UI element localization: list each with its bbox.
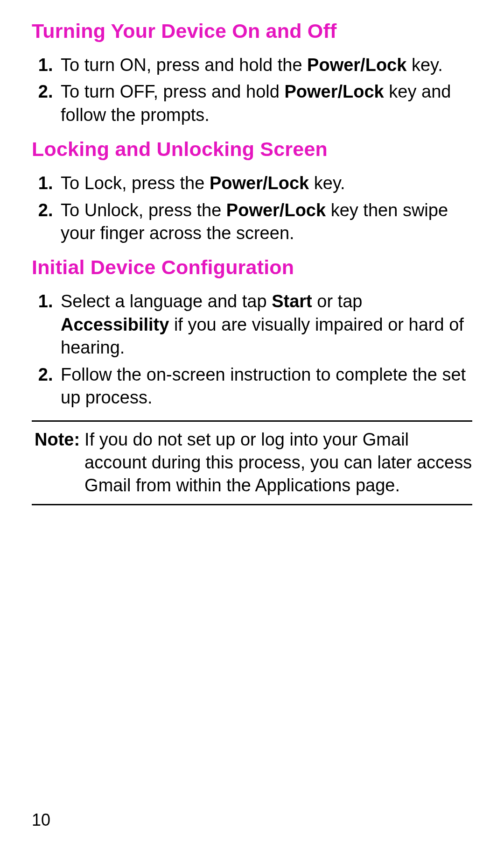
list-item-bold: Start	[272, 291, 312, 311]
section-heading: Initial Device Configuration	[32, 256, 472, 279]
list-item-text: To Lock, press the	[61, 173, 210, 193]
note-row: Note: If you do not set up or log into y…	[32, 428, 472, 496]
note-body: If you do not set up or log into your Gm…	[80, 428, 472, 496]
list-item-text: key.	[406, 55, 442, 75]
list-item: To turn OFF, press and hold Power/Lock k…	[58, 80, 472, 127]
section-heading: Turning Your Device On and Off	[32, 20, 472, 42]
list-item: To Lock, press the Power/Lock key.	[58, 172, 472, 195]
note-label: Note:	[32, 428, 80, 496]
list-item-bold: Power/Lock	[284, 82, 384, 101]
list-item: To turn ON, press and hold the Power/Loc…	[58, 54, 472, 77]
note-block: Note: If you do not set up or log into y…	[32, 420, 472, 505]
list-item: To Unlock, press the Power/Lock key then…	[58, 199, 472, 245]
list-item-text: or tap	[312, 291, 363, 311]
list-item-bold: Power/Lock	[226, 200, 326, 220]
list-item-text: key.	[309, 173, 345, 193]
list-item-text: To Unlock, press the	[61, 200, 226, 220]
list-item-bold: Power/Lock	[307, 55, 406, 75]
ordered-list: Select a language and tap Start or tap A…	[32, 290, 472, 409]
ordered-list: To turn ON, press and hold the Power/Loc…	[32, 54, 472, 127]
list-item-bold: Power/Lock	[210, 173, 309, 193]
list-item-bold: Accessibility	[61, 315, 169, 334]
list-item-text: To turn OFF, press and hold	[61, 82, 284, 101]
list-item: Follow the on-screen instruction to comp…	[58, 363, 472, 410]
section-heading: Locking and Unlocking Screen	[32, 138, 472, 161]
page-number: 10	[32, 810, 50, 830]
list-item-text: Select a language and tap	[61, 291, 272, 311]
list-item-text: Follow the on-screen instruction to comp…	[61, 365, 466, 407]
list-item-text: To turn ON, press and hold the	[61, 55, 307, 75]
list-item: Select a language and tap Start or tap A…	[58, 290, 472, 359]
document-page: Turning Your Device On and Off To turn O…	[0, 0, 504, 857]
ordered-list: To Lock, press the Power/Lock key. To Un…	[32, 172, 472, 245]
